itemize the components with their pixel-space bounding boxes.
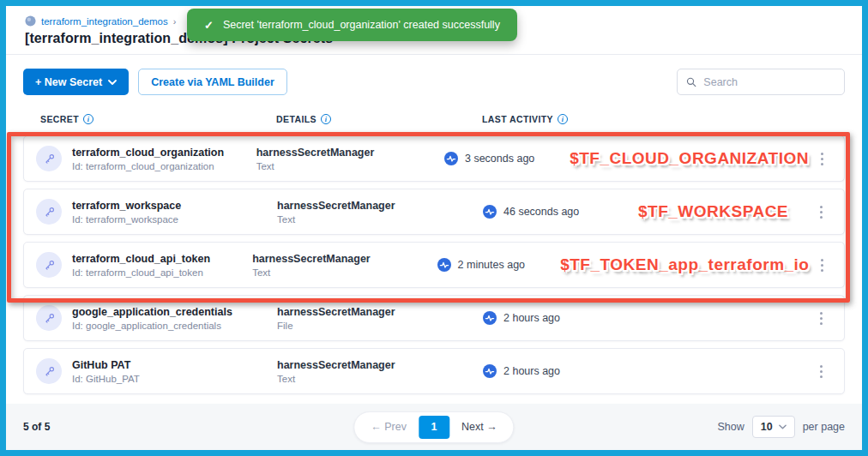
page-footer: 5 of 5 ← Prev 1 Next → Show 10 per page bbox=[6, 404, 862, 450]
last-activity-cell: 2 hours ago bbox=[483, 364, 620, 378]
activity-icon bbox=[483, 364, 497, 378]
last-activity-text: 2 hours ago bbox=[503, 312, 560, 324]
row-menu-button[interactable] bbox=[806, 365, 835, 378]
secret-key-icon bbox=[36, 358, 62, 384]
more-options-icon bbox=[820, 365, 823, 368]
toolbar: + New Secret Create via YAML Builder bbox=[6, 55, 862, 107]
secret-cell: terraform_cloud_api_token Id: terraform_… bbox=[36, 252, 252, 278]
last-activity-cell: 2 hours ago bbox=[483, 311, 620, 325]
last-activity-cell: 46 seconds ago bbox=[483, 205, 620, 219]
last-activity-text: 2 hours ago bbox=[503, 365, 560, 377]
secrets-list: terraform_cloud_organization Id: terrafo… bbox=[23, 135, 845, 394]
more-options-icon bbox=[820, 206, 823, 208]
secret-id: Id: terraform_cloud_api_token bbox=[72, 267, 210, 278]
row-menu-button[interactable] bbox=[806, 206, 835, 219]
toast-message: Secret 'terraform_cloud_organization' cr… bbox=[223, 19, 500, 31]
details-cell: harnessSecretManager File bbox=[277, 306, 483, 331]
last-activity-text: 46 seconds ago bbox=[503, 206, 579, 218]
new-secret-button[interactable]: + New Secret bbox=[23, 69, 129, 95]
info-icon[interactable]: i bbox=[83, 114, 93, 124]
secret-cell: google_application_credentials Id: googl… bbox=[36, 305, 277, 331]
column-label: LAST ACTIVITY bbox=[482, 114, 553, 124]
more-options-icon bbox=[821, 153, 823, 155]
secret-type: Text bbox=[252, 267, 437, 278]
yaml-builder-button[interactable]: Create via YAML Builder bbox=[138, 69, 287, 95]
secret-key-icon bbox=[36, 199, 62, 225]
row-menu-button[interactable] bbox=[806, 312, 835, 325]
secret-manager: harnessSecretManager bbox=[252, 253, 437, 265]
table-row[interactable]: terraform_cloud_api_token Id: terraform_… bbox=[23, 242, 845, 288]
last-activity-text: 3 seconds ago bbox=[465, 153, 534, 165]
secret-id: Id: terraform_workspace bbox=[72, 214, 181, 225]
column-header-secret: SECRET i bbox=[40, 114, 276, 124]
annotation-cell: $TF_CLOUD_ORGANIZATION bbox=[570, 149, 809, 168]
row-menu-button[interactable] bbox=[809, 153, 835, 165]
more-options-icon bbox=[821, 259, 823, 261]
pagination: ← Prev 1 Next → bbox=[353, 411, 514, 443]
secret-manager: harnessSecretManager bbox=[277, 306, 483, 318]
table-row[interactable]: terraform_cloud_organization Id: terrafo… bbox=[23, 135, 845, 182]
secret-manager: harnessSecretManager bbox=[277, 200, 483, 212]
page-size-value: 10 bbox=[761, 421, 773, 433]
result-count: 5 of 5 bbox=[23, 421, 50, 433]
table-row[interactable]: GitHub PAT Id: GitHub_PAT harnessSecretM… bbox=[23, 348, 845, 394]
annotation-text: $TF_WORKSPACE bbox=[638, 202, 788, 221]
chevron-down-icon bbox=[779, 424, 787, 429]
secret-id: Id: GitHub_PAT bbox=[72, 374, 140, 384]
secret-key-icon bbox=[36, 146, 62, 171]
details-cell: harnessSecretManager Text bbox=[252, 253, 437, 278]
annotation-cell: $TF_TOKEN_app_terraform_io bbox=[560, 255, 809, 274]
row-menu-button[interactable] bbox=[809, 259, 835, 272]
table-row[interactable]: terraform_workspace Id: terraform_worksp… bbox=[23, 189, 845, 235]
next-page-button[interactable]: Next → bbox=[449, 421, 509, 433]
column-header-last-activity: LAST ACTIVITY i bbox=[482, 114, 568, 124]
annotation-text: $TF_TOKEN_app_terraform_io bbox=[560, 255, 809, 274]
secret-name: terraform_workspace bbox=[72, 200, 181, 212]
secret-manager: harnessSecretManager bbox=[277, 359, 483, 371]
success-toast: ✓ Secret 'terraform_cloud_organization' … bbox=[187, 9, 517, 41]
chevron-down-icon bbox=[108, 80, 117, 85]
secret-manager: harnessSecretManager bbox=[256, 147, 444, 159]
details-cell: harnessSecretManager Text bbox=[256, 147, 444, 171]
secret-name: google_application_credentials bbox=[72, 306, 232, 318]
column-label: SECRET bbox=[40, 114, 79, 124]
annotation-text: $TF_CLOUD_ORGANIZATION bbox=[570, 149, 809, 168]
secret-id: Id: terraform_cloud_organization bbox=[72, 161, 224, 171]
last-activity-cell: 3 seconds ago bbox=[444, 152, 570, 165]
details-cell: harnessSecretManager Text bbox=[277, 359, 483, 384]
search-input[interactable] bbox=[703, 76, 835, 88]
activity-icon bbox=[437, 258, 451, 272]
secret-type: Text bbox=[277, 374, 483, 384]
prev-page-button[interactable]: ← Prev bbox=[359, 421, 419, 433]
info-icon[interactable]: i bbox=[321, 114, 331, 124]
search-box[interactable] bbox=[677, 69, 845, 95]
search-icon bbox=[686, 76, 696, 88]
table-header: SECRET i DETAILS i LAST ACTIVITY i bbox=[23, 107, 845, 135]
app-window: terraform_integration_demos › [terraform… bbox=[0, 0, 868, 456]
secret-type: Text bbox=[277, 214, 483, 225]
show-label: Show bbox=[717, 421, 744, 433]
page-size-select[interactable]: 10 bbox=[752, 416, 795, 438]
activity-icon bbox=[483, 311, 497, 325]
new-secret-label: + New Secret bbox=[35, 76, 102, 88]
secret-name: terraform_cloud_organization bbox=[72, 147, 224, 159]
project-icon bbox=[25, 15, 36, 27]
info-icon[interactable]: i bbox=[558, 114, 568, 124]
last-activity-text: 2 minutes ago bbox=[458, 259, 526, 271]
column-label: DETAILS bbox=[276, 114, 316, 124]
secret-type: File bbox=[277, 321, 483, 331]
secret-key-icon bbox=[36, 252, 62, 278]
activity-icon bbox=[483, 205, 497, 219]
last-activity-cell: 2 minutes ago bbox=[437, 258, 561, 272]
activity-icon bbox=[444, 152, 458, 165]
page-number-button[interactable]: 1 bbox=[419, 416, 449, 439]
secret-key-icon bbox=[36, 305, 62, 331]
check-icon: ✓ bbox=[204, 19, 214, 32]
secret-name: GitHub PAT bbox=[72, 359, 140, 371]
table-row[interactable]: google_application_credentials Id: googl… bbox=[23, 295, 845, 341]
breadcrumb-project-link[interactable]: terraform_integration_demos bbox=[41, 16, 168, 27]
per-page-label: per page bbox=[803, 421, 845, 433]
secret-id: Id: google_application_credentials bbox=[72, 321, 232, 331]
details-cell: harnessSecretManager Text bbox=[277, 200, 483, 225]
yaml-builder-label: Create via YAML Builder bbox=[151, 76, 274, 88]
